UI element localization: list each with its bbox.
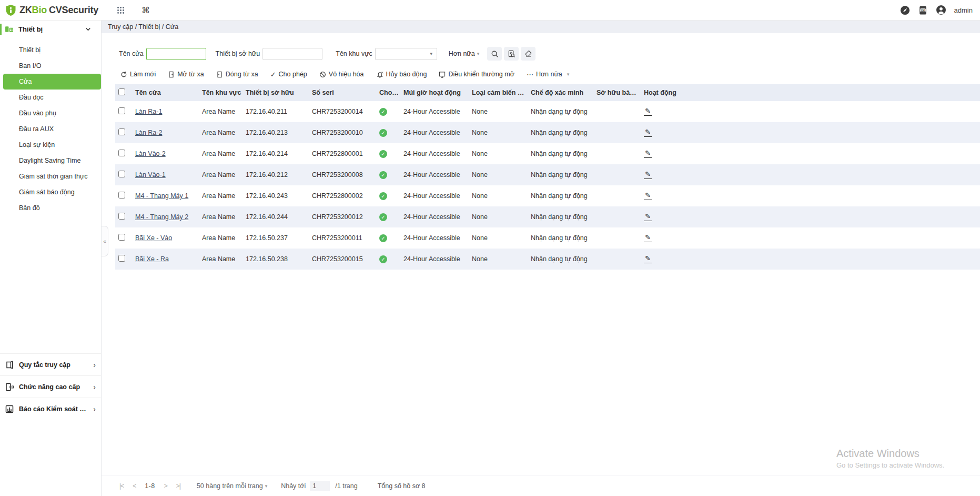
- column-header-device[interactable]: Thiết bị sở hữu: [241, 89, 308, 96]
- column-header-board[interactable]: Sở hữu bảng...: [592, 89, 640, 96]
- edit-door-button[interactable]: ✎: [644, 107, 652, 116]
- door-name-link[interactable]: Làn Ra-2: [135, 129, 162, 136]
- area-name: Area Name: [198, 255, 241, 263]
- document-search-icon: [508, 50, 516, 58]
- edit-door-button[interactable]: ✎: [644, 128, 652, 137]
- row-checkbox[interactable]: [118, 171, 125, 177]
- prev-page-button[interactable]: <: [133, 482, 136, 490]
- door-name-link[interactable]: Bãi Xe - Ra: [135, 255, 169, 263]
- caret-down-icon: ▾: [265, 483, 268, 489]
- door-name-link[interactable]: Làn Vào-1: [135, 171, 166, 178]
- door-name-link[interactable]: Làn Ra-1: [135, 108, 162, 115]
- edit-door-button[interactable]: ✎: [644, 255, 652, 263]
- row-checkbox[interactable]: [118, 192, 125, 199]
- door-name-link[interactable]: M4 - Thang Máy 1: [135, 192, 188, 200]
- next-page-button[interactable]: >: [164, 482, 167, 490]
- sidebar-item-giam-sat-thoi-gian-thuc[interactable]: Giám sát thời gian thực: [0, 168, 101, 184]
- sidebar-item-ban-io[interactable]: Ban I/O: [0, 58, 101, 74]
- more-dots-icon: ⋯: [527, 71, 533, 78]
- column-header-action[interactable]: Hoạt động: [640, 89, 692, 96]
- apps-grid-icon[interactable]: [117, 6, 125, 14]
- door-name-input[interactable]: [146, 48, 206, 60]
- first-page-button[interactable]: |<: [119, 482, 124, 490]
- last-page-button[interactable]: >|: [176, 482, 180, 490]
- row-checkbox[interactable]: [118, 150, 125, 156]
- sidebar-item-daylight-saving-time[interactable]: Daylight Saving Time: [0, 153, 101, 168]
- sidebar-item-dau-vao-phu[interactable]: Đầu vào phụ: [0, 105, 101, 121]
- toolbar-hon-nua-button[interactable]: ⋯Hơn nữa▾: [527, 71, 569, 78]
- active-timezone: 24-Hour Accessible: [399, 234, 468, 242]
- sensor-type: None: [468, 192, 527, 200]
- command-icon[interactable]: ⌘: [142, 5, 150, 15]
- sidebar-item-cua[interactable]: Cửa: [3, 74, 101, 90]
- toolbar-lam-moi-button[interactable]: Làm mới: [120, 71, 156, 78]
- app-logo: ZKBioCVSecurity: [5, 4, 108, 16]
- total-pages: /1 trang: [335, 482, 357, 490]
- sidebar-section-quy-tac-truy-cap[interactable]: Quy tắc truy cập›: [0, 353, 101, 375]
- device-module-icon: [5, 25, 14, 34]
- sidebar-item-giam-sat-bao-dong[interactable]: Giám sát báo động: [0, 184, 101, 200]
- sidebar-collapse-handle[interactable]: «: [102, 226, 108, 256]
- column-header-verify[interactable]: Chế độ xác minh: [527, 89, 592, 96]
- toolbar-dong-tu-xa-button[interactable]: Đóng từ xa: [216, 71, 258, 78]
- column-header-name[interactable]: Tên cửa: [131, 89, 198, 96]
- app-download-icon[interactable]: APP: [918, 5, 928, 15]
- serial-number: CHR7253200014: [308, 108, 375, 115]
- user-name[interactable]: admin: [954, 6, 973, 14]
- verify-mode: Nhận dạng tự động: [527, 150, 592, 157]
- verify-mode: Nhận dạng tự động: [527, 213, 592, 221]
- enabled-status-icon: ✓: [379, 192, 387, 200]
- search-button[interactable]: [487, 47, 502, 61]
- content-spacer: [102, 270, 980, 475]
- owned-device-input[interactable]: [262, 48, 322, 60]
- column-header-serial[interactable]: Số seri: [308, 89, 375, 96]
- edit-door-button[interactable]: ✎: [644, 192, 652, 200]
- toolbar-dieu-khien-thuong-mo-button[interactable]: Điều khiển thường mở: [439, 71, 514, 78]
- toolbar-vo-hieu-hoa-button[interactable]: Vô hiệu hóa: [319, 71, 364, 78]
- top-header: ZKBioCVSecurity ⌘ APP admin: [0, 0, 980, 21]
- door-name-link[interactable]: Bãi Xe - Vào: [135, 234, 172, 242]
- sidebar-item-thiet-bi[interactable]: Thiết bị: [0, 42, 101, 58]
- row-checkbox[interactable]: [118, 128, 125, 135]
- row-checkbox[interactable]: [118, 255, 125, 262]
- jump-page-input[interactable]: [310, 481, 330, 491]
- row-checkbox[interactable]: [118, 234, 125, 241]
- sidebar-item-dau-ra-aux[interactable]: Đầu ra AUX: [0, 121, 101, 137]
- edit-door-button[interactable]: ✎: [644, 171, 652, 179]
- sidebar-item-ban-do[interactable]: Bản đồ: [0, 200, 101, 216]
- area-name: Area Name: [198, 234, 241, 242]
- caret-down-icon: ▾: [477, 51, 480, 56]
- sidebar-item-dau-doc[interactable]: Đầu đọc: [0, 90, 101, 105]
- row-checkbox[interactable]: [118, 213, 125, 220]
- door-name-link[interactable]: Làn Vào-2: [135, 150, 166, 157]
- edit-door-button[interactable]: ✎: [644, 150, 652, 158]
- area-name-select[interactable]: ▼: [375, 48, 437, 60]
- rows-per-page-select[interactable]: 50 hàng trên mỗi trang▾: [197, 482, 267, 490]
- clear-filter-button[interactable]: [521, 47, 536, 61]
- sidebar-section-bao-cao-kiem-soat[interactable]: Báo cáo Kiểm soát Tru...›: [0, 398, 101, 420]
- sidebar-section-chuc-nang-cao-cap[interactable]: Chức năng cao cấp›: [0, 375, 101, 398]
- edit-door-button[interactable]: ✎: [644, 234, 652, 242]
- verify-mode: Nhận dạng tự động: [527, 129, 592, 136]
- door-name-link[interactable]: M4 - Thang Máy 2: [135, 213, 188, 221]
- filter-more-button[interactable]: Hơn nữa▾: [449, 50, 479, 57]
- chevron-right-icon: ›: [93, 361, 96, 369]
- row-checkbox[interactable]: [118, 107, 125, 114]
- sensor-type: None: [468, 129, 527, 136]
- column-header-area[interactable]: Tên khu vực: [198, 89, 241, 96]
- user-avatar-icon[interactable]: [936, 5, 946, 15]
- area-name: Area Name: [198, 213, 241, 221]
- toolbar-huy-bao-dong-button[interactable]: Hủy báo động: [376, 71, 427, 78]
- edit-door-button[interactable]: ✎: [644, 213, 652, 221]
- column-header-sensor[interactable]: Loại cảm biến c...: [468, 89, 527, 96]
- advanced-search-button[interactable]: [504, 47, 519, 61]
- toolbar-mo-tu-xa-button[interactable]: Mở từ xa: [168, 71, 204, 78]
- sidebar-item-loai-su-kien[interactable]: Loại sự kiện: [0, 137, 101, 153]
- browser-compass-icon[interactable]: [900, 5, 910, 15]
- toolbar-cho-phep-button[interactable]: ✓Cho phép: [270, 71, 307, 78]
- column-header-timezone[interactable]: Múi giờ hoạt động: [399, 89, 468, 96]
- column-header-enabled[interactable]: Cho ...: [375, 89, 399, 96]
- sidebar-module-header[interactable]: Thiết bị: [0, 21, 101, 38]
- select-all-checkbox[interactable]: [118, 88, 125, 95]
- verify-mode: Nhận dạng tự động: [527, 234, 592, 242]
